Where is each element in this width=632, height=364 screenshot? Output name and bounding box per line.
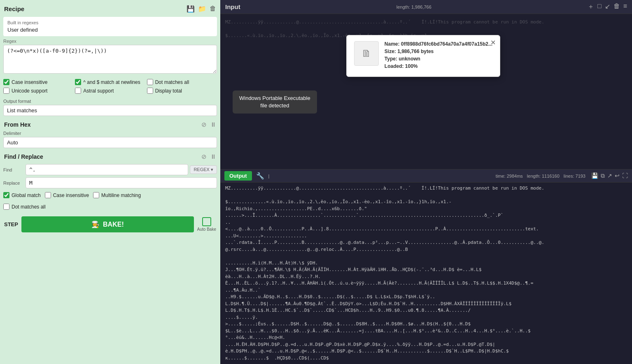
unicode-support-option[interactable]: Unicode support: [3, 88, 73, 94]
output-export-icon[interactable]: ↗: [607, 172, 612, 179]
built-in-value: User defined: [7, 27, 213, 33]
delete-input-icon[interactable]: 🗑: [613, 2, 620, 11]
from-hex-disable-icon[interactable]: ⊘: [201, 121, 207, 128]
global-match-checkbox[interactable]: [3, 192, 9, 198]
popup-close-button[interactable]: ✕: [490, 39, 496, 46]
display-total-checkbox[interactable]: [147, 88, 153, 94]
built-in-card: Built in regexes User defined: [3, 17, 217, 36]
find-replace-icons: ⊘ ⏸: [201, 153, 216, 160]
dot-matches-all2-option[interactable]: Dot matches all: [3, 204, 46, 210]
bake-label: BAKE!: [103, 221, 124, 228]
and-dollar-option[interactable]: ^ and $ match at newlines: [75, 79, 145, 85]
file-type-value: unknown: [399, 56, 420, 62]
output-tabs: Output 🔧 |: [224, 171, 269, 181]
file-size-label: Size:: [385, 49, 397, 54]
output-format-value[interactable]: List matches: [3, 105, 217, 116]
global-match-option[interactable]: Global match: [3, 192, 41, 198]
output-tab[interactable]: Output: [224, 171, 252, 181]
find-replace-disable-icon[interactable]: ⊘: [201, 153, 207, 160]
file-loaded-value: 100%: [405, 63, 418, 69]
step-label: STEP: [4, 221, 18, 227]
find-input[interactable]: [26, 164, 188, 175]
multiline-label: Multiline matching: [101, 192, 141, 198]
display-total-option[interactable]: Display total: [147, 88, 217, 94]
delete-icon[interactable]: 🗑: [210, 5, 216, 13]
fr-case-insensitive-option[interactable]: Case insensitive: [45, 192, 89, 198]
from-hex-section: From Hex ⊘ ⏸ Delimiter Auto: [3, 119, 217, 149]
case-insensitive-option[interactable]: Case insensitive: [3, 79, 73, 85]
regex-label: Regex: [3, 39, 217, 44]
popup-content: 🗎 Name: 0ff8988d76fc6bd764a70a7a4f07a15b…: [354, 41, 492, 71]
output-undo-icon[interactable]: ↩: [615, 172, 620, 179]
file-type-row: Type: unknown: [385, 56, 492, 62]
file-icon-box: 🗎: [354, 41, 379, 66]
file-type-label: Type:: [385, 56, 399, 62]
grid-icon[interactable]: ≡: [623, 2, 627, 11]
case-insensitive-checkbox[interactable]: [3, 79, 9, 85]
output-wrench-icon[interactable]: 🔧: [254, 171, 267, 181]
global-match-label: Global match: [12, 192, 41, 198]
options-checkboxes: Case insensitive ^ and $ match at newlin…: [3, 77, 217, 95]
fr-checkboxes: Global match Case insensitive Multiline …: [3, 190, 217, 200]
auto-bake-checkbox[interactable]: [202, 217, 211, 226]
output-content[interactable]: MZ..........ÿÿ............@.............…: [220, 183, 632, 364]
output-section: Output 🔧 | time: 2984ms length: 1116160 …: [220, 169, 632, 364]
find-replace-title: Find / Replace: [4, 153, 43, 160]
recipe-header: Recipe 💾 📁 🗑: [3, 3, 217, 14]
file-loaded-label: Loaded:: [385, 63, 405, 69]
file-loaded-row: Loaded: 100%: [385, 63, 492, 69]
output-meta: time: 2984ms length: 1116160 lines: 7193: [496, 174, 585, 179]
pe-tooltip-text: Windows Portable Executablefile detected: [239, 95, 310, 109]
built-in-label: Built in regexes: [7, 20, 213, 25]
input-meta: length: 1,986,766: [396, 5, 431, 9]
input-header: Input length: 1,986,766 ＋ □ ↙ 🗑 ≡: [220, 0, 632, 14]
from-hex-title: From Hex: [4, 121, 31, 128]
file-name-label: Name:: [385, 41, 401, 47]
find-replace-pause-icon[interactable]: ⏸: [210, 153, 216, 160]
output-save-icon[interactable]: 💾: [591, 172, 598, 179]
find-row: Find REGEX ▾: [3, 164, 217, 175]
multiline-checkbox[interactable]: [93, 192, 99, 198]
file-icon: 🗎: [361, 48, 371, 59]
find-replace-header: Find / Replace ⊘ ⏸: [3, 151, 217, 162]
new-tab-icon[interactable]: □: [597, 2, 602, 11]
output-action-icons: 💾 ⧉ ↗ ↩ ⛶: [591, 172, 628, 179]
output-fullscreen-icon[interactable]: ⛶: [622, 172, 628, 179]
regex-mode-badge[interactable]: REGEX ▾: [190, 165, 217, 174]
output-time: time: 2984ms: [496, 174, 523, 179]
delimiter-value[interactable]: Auto: [3, 137, 217, 148]
input-length: length: 1,986,766: [396, 5, 431, 9]
dot-matches-all-option[interactable]: Dot matches all: [147, 79, 217, 85]
input-icons: ＋ □ ↙ 🗑 ≡: [588, 2, 627, 11]
find-label: Find: [3, 167, 24, 172]
display-total-label: Display total: [155, 88, 182, 94]
fr-case-insensitive-checkbox[interactable]: [45, 192, 51, 198]
multiline-option[interactable]: Multiline matching: [93, 192, 141, 198]
bake-button[interactable]: 🧑‍🍳 BAKE!: [21, 216, 194, 232]
from-hex-icons: ⊘ ⏸: [201, 121, 216, 128]
bake-icon: 🧑‍🍳: [91, 220, 100, 228]
right-panel: Input length: 1,986,766 ＋ □ ↙ 🗑 ≡ MZ....…: [220, 0, 632, 364]
dot-matches-all-label: Dot matches all: [155, 79, 189, 85]
folder-icon[interactable]: 📁: [198, 5, 206, 13]
regex-section: Regex (?<=0\n*x)([a-f0-9]{2})(?=,|\)): [3, 39, 217, 75]
and-dollar-checkbox[interactable]: [75, 79, 81, 85]
load-file-icon[interactable]: ↙: [605, 2, 610, 11]
file-details: Name: 0ff8988d76fc6bd764a70a7a4f07a15b2.…: [385, 41, 492, 71]
regex-input[interactable]: (?<=0\n*x)([a-f0-9]{2})(?=,|\)): [3, 45, 217, 74]
add-input-icon[interactable]: ＋: [588, 2, 594, 11]
output-lines: lines: 7193: [564, 174, 585, 179]
replace-input[interactable]: [26, 177, 217, 188]
unicode-support-checkbox[interactable]: [3, 88, 9, 94]
output-copy-icon[interactable]: ⧉: [601, 172, 605, 179]
file-name-value: 0ff8988d76fc6bd764a70a7a4f07a15b2...: [401, 41, 492, 47]
dot-matches-all-checkbox[interactable]: [147, 79, 153, 85]
save-icon[interactable]: 💾: [187, 5, 195, 13]
astral-support-label: Astral support: [83, 88, 114, 94]
astral-support-option[interactable]: Astral support: [75, 88, 145, 94]
pe-tooltip: Windows Portable Executablefile detected: [233, 90, 317, 114]
left-panel: Recipe 💾 📁 🗑 Built in regexes User defin…: [0, 0, 220, 364]
from-hex-pause-icon[interactable]: ⏸: [210, 121, 216, 128]
astral-support-checkbox[interactable]: [75, 88, 81, 94]
dot-matches-all2-checkbox[interactable]: [3, 204, 9, 210]
